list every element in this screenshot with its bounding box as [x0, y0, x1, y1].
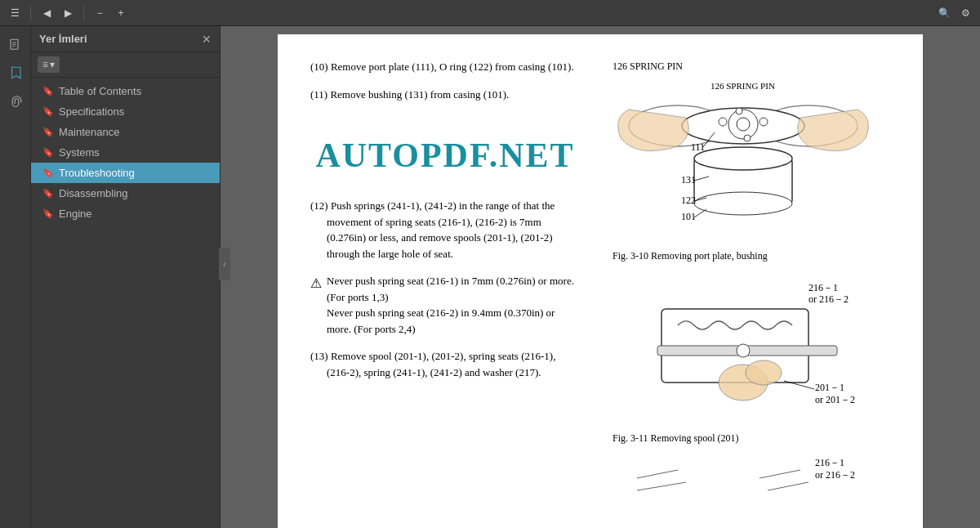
bookmark-item-systems[interactable]: 🔖 Systems [31, 142, 220, 163]
svg-line-40 [768, 482, 808, 490]
bookmark-label: Disassembling [59, 187, 128, 199]
bookmark-label: Systems [59, 146, 100, 159]
hamburger-icon[interactable]: ☰ [7, 5, 23, 21]
fig310-spring-label: 126 SPRING PIN [612, 60, 683, 72]
bookmarks-panel: Yer İmleri ✕ ≡ ▾ 🔖 Table of Contents 🔖 S… [31, 26, 220, 528]
step-13: (13) Remove spool (201-1), (201-2), spri… [310, 348, 580, 380]
bookmark-flag-icon: 🔖 [42, 168, 54, 178]
step-10: (10) Remove port plate (111), O ring (12… [310, 59, 580, 75]
pdf-page: (10) Remove port plate (111), O ring (12… [278, 34, 923, 528]
divider-2 [83, 6, 84, 20]
svg-point-9 [737, 118, 750, 131]
bookmark-item-maintenance[interactable]: 🔖 Maintenance [31, 122, 220, 142]
zoom-in-icon[interactable]: + [113, 5, 129, 21]
doc-diagrams-column: 126 SPRING PIN 126 SPRING PIN [612, 59, 890, 503]
attachment-icon[interactable] [3, 88, 28, 113]
document-content: (10) Remove port plate (111), O ring (12… [310, 59, 890, 503]
figure-311: 216－1 or 216－2 [612, 276, 890, 503]
bookmark-item-engine[interactable]: 🔖 Engine [31, 204, 220, 224]
zoom-out-icon[interactable]: − [91, 5, 108, 21]
svg-text:216－1: 216－1 [815, 457, 844, 468]
svg-point-31 [746, 360, 782, 385]
svg-point-29 [737, 344, 750, 357]
sidebar-panel-title: Yer İmleri [39, 33, 87, 45]
fig310-caption: Fig. 3-10 Removing port plate, bushing [612, 248, 890, 263]
svg-point-11 [760, 118, 768, 126]
warning-text-1: Never push spring seat (216-1) in 7mm (0… [327, 273, 580, 337]
bookmark-label: Maintenance [59, 126, 119, 138]
pdf-viewer-area[interactable]: (10) Remove port plate (111), O ring (12… [220, 26, 980, 528]
doc-text-column: (10) Remove port plate (111), O ring (12… [310, 59, 596, 503]
svg-text:201－1: 201－1 [815, 382, 844, 393]
svg-point-18 [694, 192, 792, 215]
bookmark-item-toc[interactable]: 🔖 Table of Contents [31, 81, 220, 101]
bookmark-list: 🔖 Table of Contents 🔖 Specifications 🔖 M… [31, 78, 220, 528]
figure-partial-svg: 216－1 or 216－2 [612, 454, 874, 499]
svg-point-13 [744, 135, 751, 141]
collapse-sidebar-button[interactable]: ‹ [219, 248, 230, 280]
warning-triangle-icon: ⚠ [310, 274, 322, 337]
bookmark-flag-icon: 🔖 [42, 106, 54, 117]
svg-text:101: 101 [681, 211, 696, 222]
dropdown-icon: ▾ [50, 59, 55, 70]
svg-text:or 216－2: or 216－2 [808, 293, 849, 305]
figure-310-svg: 126 SPRING PIN [612, 77, 874, 240]
doc-section: (10) Remove port plate (111), O ring (12… [310, 59, 890, 503]
settings-icon[interactable]: ⚙ [957, 5, 973, 21]
bookmark-item-specs[interactable]: 🔖 Specifications [31, 101, 220, 122]
bookmark-label: Engine [59, 208, 91, 220]
figure-partial: 216－1 or 216－2 [612, 454, 890, 503]
bookmark-flag-icon: 🔖 [42, 86, 54, 96]
svg-point-10 [719, 118, 727, 126]
warning2-text: Never push spring seat (216-2) in 9.4mm … [327, 307, 555, 335]
watermark: AUTOPDF.NET [310, 114, 580, 198]
pages-icon[interactable] [3, 33, 28, 57]
warning1-text: Never push spring seat (216-1) in 7mm (0… [327, 275, 574, 303]
svg-text:216－1: 216－1 [808, 282, 838, 293]
svg-text:126   SPRING PIN: 126 SPRING PIN [710, 81, 775, 91]
back-icon[interactable]: ◀ [38, 5, 55, 21]
bookmark-label: Table of Contents [59, 85, 141, 97]
top-toolbar: ☰ ◀ ▶ − + 🔍 ⚙ [0, 0, 980, 26]
svg-line-38 [637, 482, 686, 490]
svg-text:or 216－2: or 216－2 [815, 469, 855, 481]
svg-point-17 [694, 147, 792, 170]
close-panel-button[interactable]: ✕ [202, 34, 212, 45]
view-options-button[interactable]: ≡ ▾ [38, 56, 60, 73]
svg-text:or 201－2: or 201－2 [815, 394, 855, 405]
search-icon[interactable]: 🔍 [936, 5, 952, 21]
figure-310: 126 SPRING PIN 126 SPRING PIN [612, 59, 890, 263]
list-icon: ≡ [42, 59, 48, 70]
bookmark-icon[interactable] [3, 60, 28, 85]
sidebar-header: Yer İmleri ✕ [31, 26, 220, 52]
step-12: (12) Push springs (241-1), (241-2) in th… [310, 198, 580, 262]
main-area: Yer İmleri ✕ ≡ ▾ 🔖 Table of Contents 🔖 S… [0, 26, 980, 528]
forward-icon[interactable]: ▶ [60, 5, 76, 21]
figure-311-svg: 216－1 or 216－2 [612, 276, 874, 423]
icon-rail [0, 26, 31, 528]
bookmark-flag-icon: 🔖 [42, 147, 54, 158]
divider-1 [30, 6, 31, 20]
svg-line-39 [760, 470, 800, 478]
svg-text:131: 131 [681, 174, 696, 186]
svg-line-37 [637, 470, 678, 478]
step-11: (11) Remove bushing (131) from casing (1… [310, 87, 580, 103]
svg-text:122: 122 [681, 195, 696, 206]
bookmark-label: Troubleshooting [59, 167, 135, 179]
warning-row-1: ⚠ Never push spring seat (216-1) in 7mm … [310, 273, 580, 337]
bookmark-flag-icon: 🔖 [42, 208, 54, 219]
bookmark-label: Specifications [59, 105, 124, 118]
bookmark-item-disassembling[interactable]: 🔖 Disassembling [31, 183, 220, 204]
fig311-caption: Fig. 3-11 Removing spool (201) [612, 431, 890, 445]
svg-line-24 [694, 209, 706, 217]
sidebar-toolbar: ≡ ▾ [31, 52, 220, 78]
svg-point-12 [736, 108, 742, 114]
bookmark-flag-icon: 🔖 [42, 188, 54, 199]
bookmark-item-troubleshooting[interactable]: 🔖 Troubleshooting [31, 163, 220, 183]
bookmark-flag-icon: 🔖 [42, 127, 54, 137]
